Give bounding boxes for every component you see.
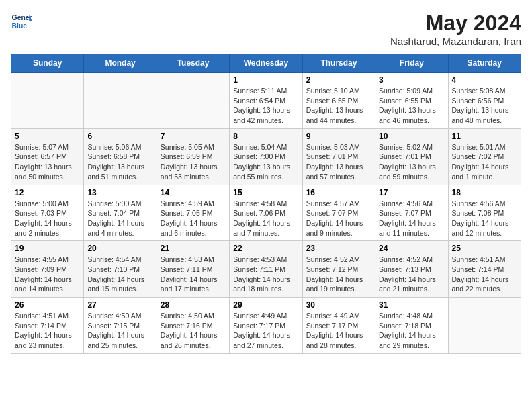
- day-info: Sunrise: 5:02 AM Sunset: 7:01 PM Dayligh…: [379, 142, 444, 182]
- calendar-cell: 23Sunrise: 4:52 AM Sunset: 7:12 PM Dayli…: [302, 241, 375, 298]
- day-number: 28: [161, 300, 226, 310]
- calendar-cell: 13Sunrise: 5:00 AM Sunset: 7:04 PM Dayli…: [84, 185, 157, 241]
- day-info: Sunrise: 5:04 AM Sunset: 7:00 PM Dayligh…: [233, 142, 298, 182]
- day-number: 8: [233, 132, 298, 141]
- calendar-cell: [11, 73, 84, 129]
- location: Nashtarud, Mazandaran, Iran: [390, 36, 521, 47]
- day-number: 30: [306, 300, 371, 310]
- calendar-cell: [84, 73, 157, 129]
- calendar-cell: 30Sunrise: 4:49 AM Sunset: 7:17 PM Dayli…: [302, 298, 375, 354]
- day-info: Sunrise: 5:01 AM Sunset: 7:02 PM Dayligh…: [452, 142, 517, 182]
- calendar-cell: 22Sunrise: 4:53 AM Sunset: 7:11 PM Dayli…: [230, 241, 302, 298]
- day-info: Sunrise: 4:53 AM Sunset: 7:11 PM Dayligh…: [161, 255, 226, 294]
- calendar-cell: 20Sunrise: 4:54 AM Sunset: 7:10 PM Dayli…: [84, 241, 157, 298]
- calendar-cell: 6Sunrise: 5:06 AM Sunset: 6:58 PM Daylig…: [84, 128, 157, 185]
- calendar-cell: 29Sunrise: 4:49 AM Sunset: 7:17 PM Dayli…: [230, 298, 302, 354]
- day-header-thursday: Thursday: [302, 54, 375, 73]
- day-info: Sunrise: 4:54 AM Sunset: 7:10 PM Dayligh…: [87, 255, 152, 294]
- calendar-cell: 12Sunrise: 5:00 AM Sunset: 7:03 PM Dayli…: [11, 185, 84, 241]
- day-number: 9: [306, 132, 371, 141]
- day-info: Sunrise: 4:53 AM Sunset: 7:11 PM Dayligh…: [233, 255, 298, 294]
- calendar-cell: 1Sunrise: 5:11 AM Sunset: 6:54 PM Daylig…: [230, 73, 302, 129]
- day-info: Sunrise: 4:57 AM Sunset: 7:07 PM Dayligh…: [306, 199, 371, 238]
- day-info: Sunrise: 4:51 AM Sunset: 7:14 PM Dayligh…: [15, 311, 80, 351]
- day-info: Sunrise: 4:52 AM Sunset: 7:13 PM Dayligh…: [379, 255, 444, 294]
- day-header-tuesday: Tuesday: [157, 54, 229, 73]
- week-row-1: 1Sunrise: 5:11 AM Sunset: 6:54 PM Daylig…: [11, 73, 521, 129]
- day-info: Sunrise: 4:51 AM Sunset: 7:14 PM Dayligh…: [452, 255, 517, 294]
- calendar-cell: 7Sunrise: 5:05 AM Sunset: 6:59 PM Daylig…: [157, 128, 229, 185]
- calendar-cell: 28Sunrise: 4:50 AM Sunset: 7:16 PM Dayli…: [157, 298, 229, 354]
- day-number: 13: [87, 188, 152, 197]
- day-info: Sunrise: 4:59 AM Sunset: 7:05 PM Dayligh…: [161, 199, 226, 238]
- day-number: 12: [15, 188, 80, 197]
- day-number: 26: [15, 300, 80, 310]
- calendar-cell: 25Sunrise: 4:51 AM Sunset: 7:14 PM Dayli…: [448, 241, 521, 298]
- day-info: Sunrise: 5:10 AM Sunset: 6:55 PM Dayligh…: [306, 86, 371, 126]
- day-number: 31: [379, 300, 444, 310]
- calendar-cell: 26Sunrise: 4:51 AM Sunset: 7:14 PM Dayli…: [11, 298, 84, 354]
- day-info: Sunrise: 4:48 AM Sunset: 7:18 PM Dayligh…: [379, 311, 444, 351]
- calendar-cell: 11Sunrise: 5:01 AM Sunset: 7:02 PM Dayli…: [448, 128, 521, 185]
- days-header-row: SundayMondayTuesdayWednesdayThursdayFrid…: [11, 54, 521, 73]
- day-number: 21: [161, 244, 226, 253]
- calendar-cell: [157, 73, 229, 129]
- calendar-cell: 4Sunrise: 5:08 AM Sunset: 6:56 PM Daylig…: [448, 73, 521, 129]
- day-number: 22: [233, 244, 298, 253]
- day-number: 4: [452, 75, 517, 85]
- day-number: 14: [161, 188, 226, 197]
- day-number: 24: [379, 244, 444, 253]
- day-info: Sunrise: 5:00 AM Sunset: 7:04 PM Dayligh…: [87, 199, 152, 238]
- day-header-wednesday: Wednesday: [230, 54, 302, 73]
- day-info: Sunrise: 4:56 AM Sunset: 7:07 PM Dayligh…: [379, 199, 444, 238]
- calendar-cell: 17Sunrise: 4:56 AM Sunset: 7:07 PM Dayli…: [375, 185, 448, 241]
- day-number: 2: [306, 75, 371, 85]
- calendar-cell: 15Sunrise: 4:58 AM Sunset: 7:06 PM Dayli…: [230, 185, 302, 241]
- calendar-cell: 2Sunrise: 5:10 AM Sunset: 6:55 PM Daylig…: [302, 73, 375, 129]
- day-number: 23: [306, 244, 371, 253]
- calendar-cell: 27Sunrise: 4:50 AM Sunset: 7:15 PM Dayli…: [84, 298, 157, 354]
- day-info: Sunrise: 5:05 AM Sunset: 6:59 PM Dayligh…: [161, 142, 226, 182]
- day-header-sunday: Sunday: [11, 54, 84, 73]
- day-info: Sunrise: 5:08 AM Sunset: 6:56 PM Dayligh…: [452, 86, 517, 126]
- calendar-cell: 19Sunrise: 4:55 AM Sunset: 7:09 PM Dayli…: [11, 241, 84, 298]
- day-info: Sunrise: 5:00 AM Sunset: 7:03 PM Dayligh…: [15, 199, 80, 238]
- day-number: 18: [452, 188, 517, 197]
- day-number: 15: [233, 188, 298, 197]
- logo: General Blue: [11, 11, 32, 32]
- day-info: Sunrise: 4:52 AM Sunset: 7:12 PM Dayligh…: [306, 255, 371, 294]
- day-header-friday: Friday: [375, 54, 448, 73]
- day-info: Sunrise: 4:50 AM Sunset: 7:16 PM Dayligh…: [161, 311, 226, 351]
- day-number: 5: [15, 132, 80, 141]
- day-info: Sunrise: 5:11 AM Sunset: 6:54 PM Dayligh…: [233, 86, 298, 126]
- calendar-cell: 8Sunrise: 5:04 AM Sunset: 7:00 PM Daylig…: [230, 128, 302, 185]
- day-info: Sunrise: 5:03 AM Sunset: 7:01 PM Dayligh…: [306, 142, 371, 182]
- calendar-table: SundayMondayTuesdayWednesdayThursdayFrid…: [11, 54, 521, 354]
- day-number: 11: [452, 132, 517, 141]
- day-number: 6: [87, 132, 152, 141]
- calendar-cell: 10Sunrise: 5:02 AM Sunset: 7:01 PM Dayli…: [375, 128, 448, 185]
- day-number: 10: [379, 132, 444, 141]
- day-info: Sunrise: 4:50 AM Sunset: 7:15 PM Dayligh…: [87, 311, 152, 351]
- calendar-cell: 18Sunrise: 4:56 AM Sunset: 7:08 PM Dayli…: [448, 185, 521, 241]
- calendar-cell: 5Sunrise: 5:07 AM Sunset: 6:57 PM Daylig…: [11, 128, 84, 185]
- day-info: Sunrise: 4:55 AM Sunset: 7:09 PM Dayligh…: [15, 255, 80, 294]
- week-row-5: 26Sunrise: 4:51 AM Sunset: 7:14 PM Dayli…: [11, 298, 521, 354]
- day-number: 1: [233, 75, 298, 85]
- day-number: 25: [452, 244, 517, 253]
- week-row-2: 5Sunrise: 5:07 AM Sunset: 6:57 PM Daylig…: [11, 128, 521, 185]
- day-number: 17: [379, 188, 444, 197]
- calendar-cell: 21Sunrise: 4:53 AM Sunset: 7:11 PM Dayli…: [157, 241, 229, 298]
- day-info: Sunrise: 5:07 AM Sunset: 6:57 PM Dayligh…: [15, 142, 80, 182]
- logo-icon: General Blue: [11, 11, 32, 32]
- calendar-cell: 3Sunrise: 5:09 AM Sunset: 6:55 PM Daylig…: [375, 73, 448, 129]
- title-block: May 2024 Nashtarud, Mazandaran, Iran: [390, 11, 521, 47]
- day-header-monday: Monday: [84, 54, 157, 73]
- day-info: Sunrise: 4:49 AM Sunset: 7:17 PM Dayligh…: [233, 311, 298, 351]
- calendar-cell: 31Sunrise: 4:48 AM Sunset: 7:18 PM Dayli…: [375, 298, 448, 354]
- day-number: 7: [161, 132, 226, 141]
- day-info: Sunrise: 4:49 AM Sunset: 7:17 PM Dayligh…: [306, 311, 371, 351]
- day-number: 3: [379, 75, 444, 85]
- day-number: 19: [15, 244, 80, 253]
- week-row-3: 12Sunrise: 5:00 AM Sunset: 7:03 PM Dayli…: [11, 185, 521, 241]
